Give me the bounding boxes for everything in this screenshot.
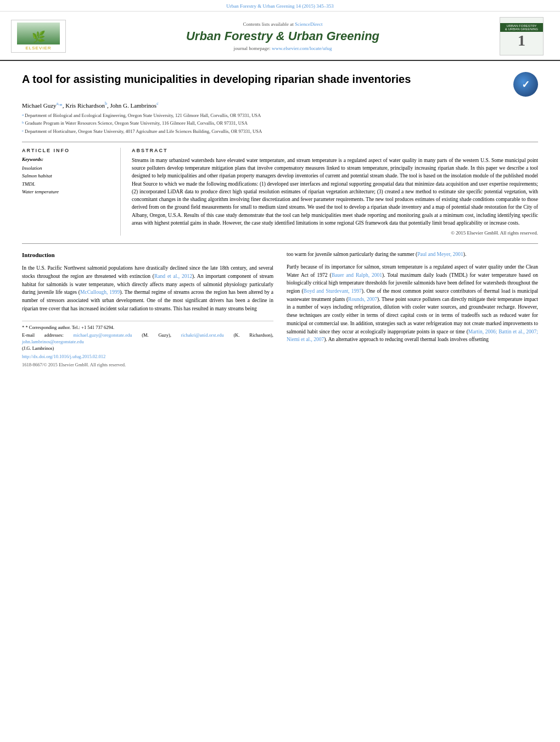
ref-paul-meyer[interactable]: Paul and Meyer, 2001 — [417, 252, 463, 257]
affiliation-b: b Graduate Program in Water Resources Sc… — [22, 120, 538, 127]
journal-cover-top: URBAN FORESTRY& URBAN GREENING — [500, 23, 543, 32]
abstract-text: Streams in many urbanized watersheds hav… — [132, 157, 538, 227]
affiliation-a: a Department of Biological and Ecologica… — [22, 112, 538, 119]
author-sup-b: b — [105, 101, 107, 106]
intro-right-para-1: too warm for juvenile salmon particularl… — [287, 250, 538, 259]
homepage-link[interactable]: www.elsevier.com/locate/ufug — [272, 46, 332, 51]
sciencedirect-link[interactable]: ScienceDirect — [295, 21, 322, 27]
article-content: A tool for assisting municipalities in d… — [0, 61, 560, 376]
elsevier-text: ELSEVIER — [25, 46, 51, 51]
section-separator — [22, 243, 538, 244]
article-info-col: ARTICLE INFO Keywords: Insolation Salmon… — [22, 148, 121, 236]
elsevier-logo-box: ELSEVIER — [11, 20, 66, 53]
authors-line: Michael Guzya,*, Kris Richardsonb, John … — [22, 101, 538, 109]
footnote-section: * * Corresponding author. Tel.: +1 541 7… — [22, 321, 273, 369]
email3-link[interactable]: john.lambrinos@oregonstate.edu — [22, 339, 84, 344]
author-star: * — [59, 102, 63, 109]
affiliations: a Department of Biological and Ecologica… — [22, 112, 538, 135]
author-sup-c: c — [156, 101, 159, 106]
body-columns: Introduction In the U.S. Pacific Northwe… — [22, 250, 538, 370]
journal-homepage: journal homepage: www.elsevier.com/locat… — [77, 46, 489, 51]
header-section: ELSEVIER Contents lists available at Sci… — [0, 12, 560, 61]
abstract-header: ABSTRACT — [132, 148, 538, 153]
intro-heading: Introduction — [22, 250, 273, 260]
ref-boyd[interactable]: Boyd and Sturdevant, 1997 — [304, 288, 362, 294]
article-title-section: A tool for assisting municipalities in d… — [22, 72, 538, 97]
elsevier-tree-image — [17, 23, 60, 44]
body-col-right: too warm for juvenile salmon particularl… — [287, 250, 538, 370]
abstract-col: ABSTRACT Streams in many urbanized water… — [132, 148, 538, 236]
keyword-tmdl: TMDL — [22, 180, 113, 188]
doi-link[interactable]: http://dx.doi.org/10.1016/j.ufug.2015.02… — [22, 354, 105, 359]
keyword-insolation: Insolation — [22, 164, 113, 172]
body-col-left: Introduction In the U.S. Pacific Northwe… — [22, 250, 273, 370]
ref-rounds[interactable]: Rounds, 2007 — [348, 297, 377, 302]
contents-available: Contents lists available at ScienceDirec… — [77, 21, 489, 27]
footnote-corresponding: * * Corresponding author. Tel.: +1 541 7… — [22, 325, 273, 331]
doi-line: http://dx.doi.org/10.1016/j.ufug.2015.02… — [22, 354, 273, 360]
ref-mccullough[interactable]: McCullough, 1999 — [80, 289, 120, 295]
ref-bauer-ralph[interactable]: Bauer and Ralph, 2001 — [332, 272, 382, 278]
keyword-salmon-habitat: Salmon habitat — [22, 172, 113, 180]
ref-rand[interactable]: Rand et al., 2012 — [154, 274, 192, 279]
journal-cover-number: 1 — [518, 32, 525, 49]
affiliation-c: c Department of Horticulture, Oregon Sta… — [22, 128, 538, 135]
journal-ref-text: Urban Forestry & Urban Greening 14 (2015… — [226, 3, 334, 9]
keywords-label: Keywords: — [22, 157, 113, 162]
article-info-header: ARTICLE INFO — [22, 148, 113, 153]
crossmark-logo: ✓ — [513, 72, 538, 97]
journal-cover-box: URBAN FORESTRY& URBAN GREENING 1 — [500, 17, 544, 55]
page-wrapper: Urban Forestry & Urban Greening 14 (2015… — [0, 0, 560, 742]
header-center: Contents lists available at ScienceDirec… — [66, 21, 500, 51]
journal-ref-bar: Urban Forestry & Urban Greening 14 (2015… — [0, 0, 560, 12]
intro-right-para-2: Partly because of its importance for sal… — [287, 263, 538, 344]
issn-line: 1618-8667/© 2015 Elsevier GmbH. All righ… — [22, 362, 273, 369]
keyword-water-temp: Water temperature — [22, 188, 113, 196]
email2-link[interactable]: richakri@anid.orst.edu — [181, 332, 224, 338]
copyright-line: © 2015 Elsevier GmbH. All rights reserve… — [132, 230, 538, 236]
journal-title: Urban Forestry & Urban Greening — [77, 29, 489, 43]
article-info-abstract: ARTICLE INFO Keywords: Insolation Salmon… — [22, 142, 538, 236]
article-title: A tool for assisting municipalities in d… — [22, 72, 513, 86]
footnote-emails: E-mail addresses: michael.guzy@oregonsta… — [22, 332, 273, 352]
email1-link[interactable]: michael.guzy@oregonstate.edu — [74, 332, 132, 338]
intro-left-para: In the U.S. Pacific Northwest salmonid p… — [22, 264, 273, 313]
throughout-text: throughout — [37, 274, 60, 279]
ref-martin-battin-niemi[interactable]: Martin, 2006; Battin et al., 2007; Niemi… — [287, 329, 538, 343]
